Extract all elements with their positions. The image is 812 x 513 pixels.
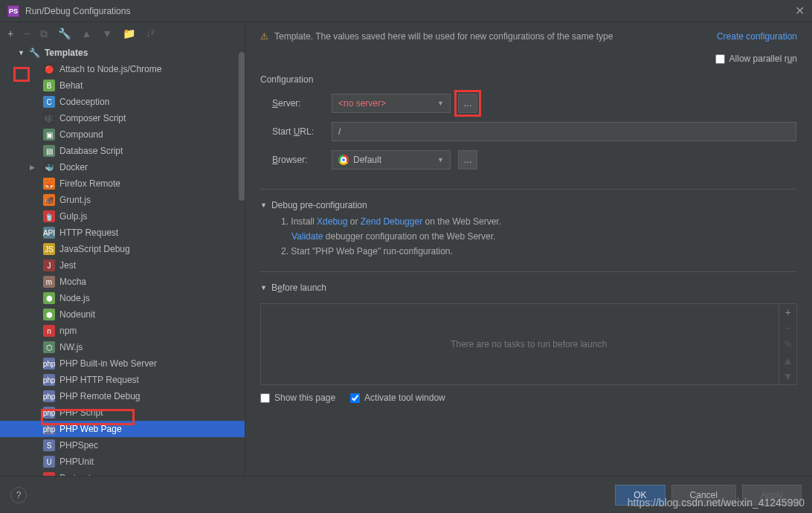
config-type-icon: ▣ <box>43 129 55 141</box>
config-type-icon: J <box>43 259 55 271</box>
tree-item-nw-js[interactable]: ⬡NW.js <box>0 339 245 355</box>
before-launch-empty: There are no tasks to run before launch <box>451 339 607 349</box>
tree-item-docker[interactable]: ▶🐳Docker <box>0 159 245 175</box>
tree-item-label: Gulp.js <box>59 211 87 222</box>
wrench-icon[interactable]: 🔧 <box>58 28 71 39</box>
tree-item-jest[interactable]: JJest <box>0 257 245 274</box>
server-select[interactable]: <no server> ▼ <box>332 94 451 113</box>
tree-item-grunt-js[interactable]: 🐗Grunt.js <box>0 192 245 208</box>
allow-parallel-label[interactable]: Allow parallel run <box>729 54 797 64</box>
app-icon: PS <box>7 5 19 17</box>
tree-item-protractor[interactable]: ◐Protractor <box>0 470 245 476</box>
show-page-check[interactable]: Show this page <box>260 393 335 403</box>
tree-item-http-request[interactable]: APIHTTP Request <box>0 225 245 241</box>
config-type-icon: php <box>43 358 55 370</box>
help-button[interactable]: ? <box>10 487 27 503</box>
browser-browse-button[interactable]: … <box>458 150 477 170</box>
tree-item-compound[interactable]: ▣Compound <box>0 126 245 143</box>
xdebug-link[interactable]: Xdebug <box>317 216 347 227</box>
tree-item-node-js[interactable]: ⬢Node.js <box>0 290 245 306</box>
tree-item-composer-script[interactable]: 🎼Composer Script <box>0 110 245 126</box>
ok-button[interactable]: OK <box>615 485 665 506</box>
wrench-icon: 🔧 <box>29 48 40 58</box>
templates-node[interactable]: ▼ 🔧 Templates <box>0 45 245 61</box>
config-type-icon: 🦊 <box>43 178 55 190</box>
validate-link[interactable]: Validate <box>291 231 323 242</box>
up-icon[interactable]: ▲ <box>81 28 91 39</box>
config-section-title: Configuration <box>260 74 797 85</box>
sort-icon[interactable]: ↓² <box>146 28 155 39</box>
remove-icon[interactable]: − <box>24 28 30 39</box>
cancel-button[interactable]: Cancel <box>671 485 736 506</box>
create-config-link[interactable]: Create configuration <box>717 31 797 42</box>
scrollbar[interactable] <box>239 52 245 201</box>
chevron-down-icon: ▼ <box>260 284 267 291</box>
config-type-icon: B <box>43 80 55 91</box>
tree-item-php-http-request[interactable]: phpPHP HTTP Request <box>0 372 245 388</box>
config-type-icon: php <box>43 407 55 419</box>
sidebar-toolbar: + − ⧉ 🔧 ▲ ▼ 📁 ↓² <box>0 22 245 45</box>
tree-item-firefox-remote[interactable]: 🦊Firefox Remote <box>0 175 245 192</box>
tree-item-gulp-js[interactable]: 🥤Gulp.js <box>0 208 245 225</box>
config-type-icon: 🐳 <box>43 161 55 173</box>
config-type-icon: php <box>43 374 55 386</box>
tree-item-javascript-debug[interactable]: JSJavaScript Debug <box>0 241 245 257</box>
tree-item-mocha[interactable]: mMocha <box>0 274 245 290</box>
titlebar: PS Run/Debug Configurations ✕ <box>0 0 812 22</box>
before-launch-toggle[interactable]: ▼ Before launch <box>260 283 797 293</box>
move-down-icon[interactable]: ▼ <box>779 368 796 384</box>
config-tree: ▼ 🔧 Templates 🔴Attach to Node.js/ChromeB… <box>0 45 245 476</box>
tree-item-label: Grunt.js <box>59 195 91 205</box>
config-type-icon: n <box>43 325 55 337</box>
config-type-icon: ▤ <box>43 145 55 157</box>
server-browse-button[interactable]: … <box>458 94 477 113</box>
edit-task-icon[interactable]: ✎ <box>779 336 796 352</box>
close-icon[interactable]: ✕ <box>795 4 805 18</box>
tree-item-label: Mocha <box>59 277 86 287</box>
tree-item-label: Docker <box>59 162 88 172</box>
add-task-icon[interactable]: + <box>779 304 796 320</box>
sidebar: + − ⧉ 🔧 ▲ ▼ 📁 ↓² ▼ 🔧 Templates 🔴Attach t… <box>0 22 245 476</box>
tree-item-php-script[interactable]: phpPHP Script <box>0 404 245 421</box>
folder-icon[interactable]: 📁 <box>123 28 135 39</box>
activate-tool-check[interactable]: Activate tool window <box>350 393 445 403</box>
template-banner: ⚠ Template. The values saved here will b… <box>260 31 797 42</box>
warning-icon: ⚠ <box>260 31 268 42</box>
start-url-label: Start URL: <box>272 126 324 137</box>
apply-button[interactable]: Apply <box>742 485 802 506</box>
tree-item-behat[interactable]: BBehat <box>0 77 245 94</box>
allow-parallel-checkbox[interactable] <box>715 54 725 64</box>
zend-link[interactable]: Zend Debugger <box>361 216 422 227</box>
browser-select[interactable]: Default ▼ <box>332 150 451 170</box>
config-type-icon: 🐗 <box>43 194 55 206</box>
add-icon[interactable]: + <box>7 28 13 39</box>
tree-item-label: Nodeunit <box>59 309 95 320</box>
remove-task-icon[interactable]: − <box>779 320 796 337</box>
tree-item-php-remote-debug[interactable]: phpPHP Remote Debug <box>0 388 245 404</box>
tree-item-codeception[interactable]: CCodeception <box>0 94 245 110</box>
tree-item-label: Codeception <box>59 97 109 107</box>
config-type-icon: m <box>43 276 55 288</box>
tree-item-attach-to-node-js-chrome[interactable]: 🔴Attach to Node.js/Chrome <box>0 61 245 77</box>
tree-item-label: PHP Web Page <box>59 424 122 434</box>
tree-item-label: Protractor <box>59 473 99 476</box>
start-url-input[interactable] <box>332 122 796 141</box>
tree-item-database-script[interactable]: ▤Database Script <box>0 143 245 159</box>
tree-item-label: PHP Built-in Web Server <box>59 358 157 369</box>
tree-item-npm[interactable]: nnpm <box>0 323 245 339</box>
debug-section-toggle[interactable]: ▼ Debug pre-configuration <box>260 200 797 210</box>
tree-item-nodeunit[interactable]: ⬢Nodeunit <box>0 306 245 323</box>
copy-icon[interactable]: ⧉ <box>40 28 48 40</box>
tree-item-label: Composer Script <box>59 113 126 123</box>
before-launch-title: Before launch <box>271 283 326 293</box>
down-icon[interactable]: ▼ <box>102 28 112 39</box>
config-type-icon: 🥤 <box>43 210 55 222</box>
config-type-icon: U <box>43 456 55 468</box>
tree-item-php-web-page[interactable]: phpPHP Web Page <box>0 421 245 437</box>
tree-item-php-built-in-web-server[interactable]: phpPHP Built-in Web Server <box>0 355 245 372</box>
tree-item-phpunit[interactable]: UPHPUnit <box>0 454 245 470</box>
move-up-icon[interactable]: ▲ <box>779 352 796 369</box>
config-type-icon: 🔴 <box>43 63 55 75</box>
tree-item-phpspec[interactable]: SPHPSpec <box>0 437 245 454</box>
tree-item-label: npm <box>59 326 77 336</box>
